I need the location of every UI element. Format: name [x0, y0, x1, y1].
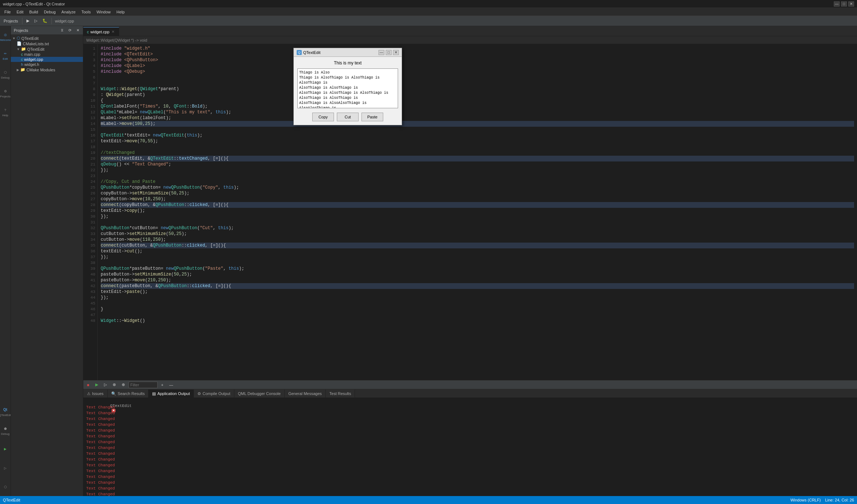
- sidebar-edit[interactable]: ✏ Edit: [1, 46, 10, 64]
- tab-close-btn[interactable]: ✕: [111, 30, 115, 34]
- bottom-toolbar-run2[interactable]: ▶: [93, 382, 100, 388]
- sidebar-projects[interactable]: ⚙ Projects: [1, 84, 10, 102]
- output-content: QTextEdit ● Text Changed Text Changed Te…: [83, 398, 857, 496]
- breadcrumb-bar: Widget::Widget(QWidget *) -> void: [83, 36, 857, 44]
- sidebar-run2[interactable]: ▷: [1, 459, 10, 477]
- sidebar-qtcreator-label: QTextEdit: [0, 413, 12, 417]
- project-tree: ▼ ⬡ QTextEdit 📄 CMakeLists.txt ▼ 📁 QText…: [11, 35, 83, 496]
- menu-analyze[interactable]: Analyze: [59, 9, 79, 15]
- bottom-tab-output[interactable]: ▤ Application Output: [149, 390, 194, 398]
- projects-filter-btn[interactable]: ⧖: [59, 28, 66, 33]
- tree-qtextedit-folder[interactable]: ▼ 📁 QTextEdit: [11, 46, 83, 52]
- sidebar-build[interactable]: ⬡: [1, 478, 10, 496]
- menu-file[interactable]: File: [1, 9, 14, 15]
- float-body: This is my text Thiago is Also Thiago is…: [294, 57, 402, 125]
- bottom-filter-input[interactable]: [129, 382, 158, 388]
- menu-tools[interactable]: Tools: [79, 9, 94, 15]
- ln-43: 43: [83, 289, 95, 295]
- bottom-tab-general[interactable]: General Messages: [285, 390, 326, 398]
- output-line-12: Text Changed: [86, 469, 854, 475]
- sidebar-debug[interactable]: ⬡ Debug: [1, 65, 10, 83]
- ln-1: 1: [83, 46, 95, 51]
- run-icon: ▶: [3, 446, 8, 452]
- float-minimize-btn[interactable]: —: [379, 50, 384, 55]
- float-paste-btn[interactable]: Paste: [361, 113, 383, 121]
- ln-2: 2: [83, 51, 95, 57]
- menu-help[interactable]: Help: [114, 9, 128, 15]
- toolbar-debug-run[interactable]: 🐛: [40, 18, 50, 24]
- float-close-btn[interactable]: ✕: [393, 50, 399, 55]
- toolbar-build[interactable]: ▶: [24, 18, 32, 24]
- code-line-12: QLabel * mLabel = new QLabel("This is my…: [101, 109, 854, 115]
- ln-24: 24: [83, 179, 95, 185]
- breadcrumb-text: Widget::Widget(QWidget *) -> void: [86, 38, 147, 42]
- tree-arrow-folder: ▼: [17, 47, 20, 51]
- cmake-modules-icon: 📁: [20, 67, 25, 72]
- folder-label: QTextEdit: [27, 47, 45, 51]
- ln-8: 8: [83, 86, 95, 92]
- float-cut-btn[interactable]: Cut: [337, 113, 359, 121]
- menu-window[interactable]: Window: [93, 9, 113, 15]
- tree-main-cpp[interactable]: c main.cpp: [11, 52, 83, 57]
- toolbar-projects[interactable]: Projects: [1, 18, 20, 24]
- sidebar-edit-label: Edit: [3, 57, 8, 60]
- sidebar-debug2[interactable]: ⬟ Debug: [1, 421, 10, 440]
- tree-cmake-modules[interactable]: ▶ 📁 CMake Modules: [11, 67, 83, 72]
- code-line-31: [101, 219, 854, 225]
- menu-build[interactable]: Build: [26, 9, 41, 15]
- code-line-13: mLabel->setFont(labelFont);: [101, 115, 854, 121]
- bottom-toolbar-clear[interactable]: ⊗: [110, 382, 118, 388]
- tree-widget-h[interactable]: h widget.h: [11, 62, 83, 67]
- close-btn[interactable]: ✕: [848, 1, 854, 7]
- code-line-17: textEdit->move(70,55);: [101, 138, 854, 144]
- projects-close-btn[interactable]: ✕: [74, 28, 81, 33]
- bottom-tab-test[interactable]: Test Results: [326, 390, 355, 398]
- code-editor[interactable]: #include "widget.h" #include <QTextEdit>…: [98, 44, 857, 380]
- tree-project-qtextedit[interactable]: ▼ ⬡ QTextEdit: [11, 35, 83, 41]
- tree-cmakelists[interactable]: 📄 CMakeLists.txt: [11, 41, 83, 46]
- sidebar-run[interactable]: ▶: [1, 440, 10, 458]
- bottom-tab-compile[interactable]: ⚙ Compile Output: [194, 390, 234, 398]
- tree-widget-cpp[interactable]: c widget.cpp: [11, 57, 83, 62]
- float-maximize-btn[interactable]: □: [386, 50, 392, 55]
- bottom-tab-search[interactable]: 🔍 Search Results: [108, 390, 149, 398]
- output-line-7: Text Changed: [86, 440, 854, 446]
- bottom-tab-issues[interactable]: ⚠ Issues: [83, 390, 108, 398]
- tab-icon: c: [87, 30, 89, 34]
- window-controls: — □ ✕: [834, 1, 854, 7]
- edit-icon: ✏: [3, 51, 8, 56]
- sidebar-qtcreator[interactable]: Qt QTextEdit: [1, 403, 10, 421]
- menu-edit[interactable]: Edit: [14, 9, 26, 15]
- float-label: This is my text: [297, 60, 398, 66]
- code-line-10: {: [101, 98, 854, 104]
- ln-18: 18: [83, 144, 95, 150]
- bottom-toolbar-filter[interactable]: ⊕: [120, 382, 127, 388]
- tab-widget-cpp[interactable]: c widget.cpp ✕: [83, 27, 119, 36]
- bottom-toolbar-stop[interactable]: ■: [85, 382, 92, 388]
- sidebar-welcome[interactable]: ◎ Welcome: [1, 28, 10, 46]
- bottom-add-btn[interactable]: +: [159, 382, 166, 388]
- output-line-15: Text Changed: [86, 486, 854, 492]
- toolbar-run[interactable]: ▷: [32, 18, 39, 24]
- float-textarea[interactable]: Thiago is Also Thiago is AlsoThiago is A…: [297, 68, 398, 108]
- sidebar-help[interactable]: ? Help: [1, 103, 10, 121]
- maximize-btn[interactable]: □: [841, 1, 847, 7]
- minimize-btn[interactable]: —: [834, 1, 840, 7]
- code-line-5: #include <QDebug>: [101, 69, 854, 75]
- qml-label: QML Debugger Console: [238, 391, 281, 396]
- code-line-22: });: [101, 167, 854, 173]
- main-toolbar: Projects ▶ ▷ 🐛 widget.cpp: [0, 16, 857, 26]
- code-line-3: #include <QPushButton>: [101, 57, 854, 63]
- tab-bar: c widget.cpp ✕: [83, 26, 857, 36]
- bottom-toolbar-next[interactable]: ▷: [102, 382, 109, 388]
- menu-debug[interactable]: Debug: [41, 9, 58, 15]
- sidebar-icons: ◎ Welcome ✏ Edit ⬡ Debug ⚙ Projects ? He…: [0, 26, 11, 496]
- run2-icon: ▷: [3, 465, 8, 471]
- float-copy-btn[interactable]: Copy: [312, 113, 334, 121]
- bottom-tab-qml[interactable]: QML Debugger Console: [234, 390, 285, 398]
- ln-47: 47: [83, 312, 95, 318]
- projects-sync-btn[interactable]: ⟳: [66, 28, 74, 33]
- bottom-remove-btn[interactable]: —: [167, 382, 175, 388]
- code-line-43: textEdit->paste();: [101, 289, 854, 295]
- floating-qtextedit-window[interactable]: Q QTextEdit — □ ✕ This is my text Thiago…: [293, 48, 402, 125]
